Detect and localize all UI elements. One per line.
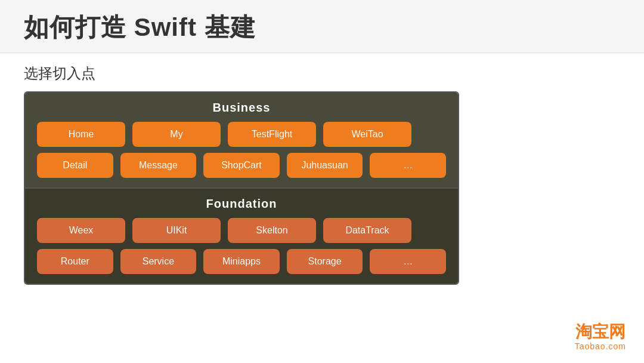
- btn-shopcart[interactable]: ShopCart: [203, 153, 280, 178]
- btn-weex[interactable]: Weex: [37, 218, 125, 243]
- btn-juhuasuan[interactable]: Juhuasuan: [287, 153, 363, 178]
- btn-home[interactable]: Home: [37, 122, 125, 147]
- business-row-1: Home My TestFlight WeiTao: [37, 122, 446, 147]
- foundation-row-1: Weex UIKit Skelton DataTrack: [37, 218, 446, 243]
- btn-skelton[interactable]: Skelton: [228, 218, 316, 243]
- btn-testflight[interactable]: TestFlight: [228, 122, 316, 147]
- btn-uikit[interactable]: UIKit: [132, 218, 221, 243]
- business-section: Business Home My TestFlight WeiTao Detai…: [25, 93, 458, 187]
- btn-service[interactable]: Service: [120, 249, 197, 274]
- header: 如何打造 Swift 基建: [0, 0, 644, 53]
- btn-more-foundation[interactable]: …: [370, 249, 446, 274]
- logo-english: Taobao.com: [575, 342, 626, 351]
- logo-chinese: 淘宝网: [575, 323, 626, 342]
- btn-storage[interactable]: Storage: [287, 249, 363, 274]
- btn-datatrack[interactable]: DataTrack: [323, 218, 411, 243]
- architecture-diagram: Business Home My TestFlight WeiTao Detai…: [24, 91, 459, 285]
- main-content: 选择切入点 Business Home My TestFlight WeiTao…: [0, 53, 644, 297]
- foundation-section-title: Foundation: [37, 197, 446, 211]
- foundation-row-2: Router Service Miniapps Storage …: [37, 249, 446, 274]
- btn-more-business[interactable]: …: [370, 153, 446, 178]
- business-row-2: Detail Message ShopCart Juhuasuan …: [37, 153, 446, 178]
- subtitle: 选择切入点: [24, 64, 620, 83]
- btn-router[interactable]: Router: [37, 249, 113, 274]
- btn-message[interactable]: Message: [120, 153, 197, 178]
- btn-detail[interactable]: Detail: [37, 153, 113, 178]
- page-title: 如何打造 Swift 基建: [24, 11, 620, 44]
- foundation-section: Foundation Weex UIKit Skelton DataTrack …: [25, 187, 458, 284]
- btn-weitao[interactable]: WeiTao: [323, 122, 411, 147]
- btn-miniapps[interactable]: Miniapps: [203, 249, 280, 274]
- taobao-logo: 淘宝网 Taobao.com: [575, 323, 626, 351]
- business-section-title: Business: [37, 101, 446, 115]
- btn-my[interactable]: My: [132, 122, 221, 147]
